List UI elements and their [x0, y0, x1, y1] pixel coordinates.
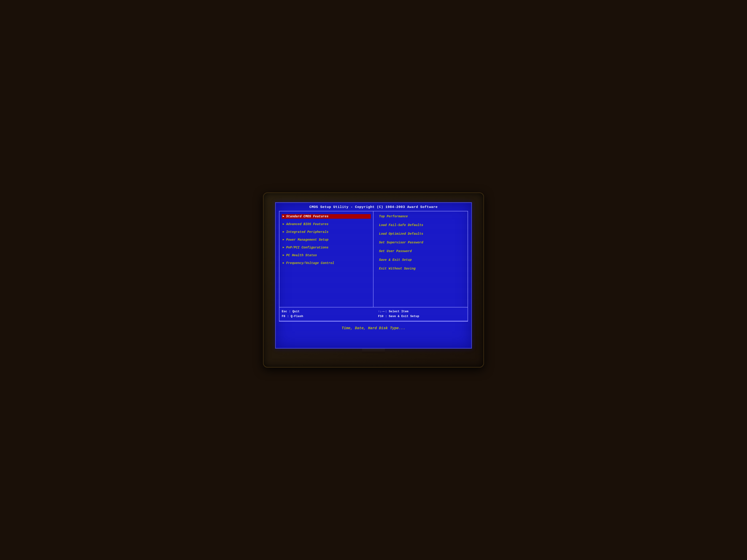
arrow-icon: ► [283, 262, 284, 265]
arrow-icon: ► [283, 230, 284, 234]
menu-item-frequency-voltage[interactable]: ► Frequency/Voltage Control [282, 261, 371, 265]
bios-screen: CMOS Setup Utility - Copyright (C) 1984-… [275, 202, 472, 349]
menu-item-load-failsafe[interactable]: Load Fail-Safe Defaults [376, 223, 465, 228]
status-bar: Esc : Quit F8 : Q-Flash ↑↓→←: Select Ite… [279, 308, 468, 321]
left-panel: ► Standard CMOS Features ► Advanced BIOS… [279, 211, 374, 307]
select-item-label: ↑↓→←: Select Item [378, 309, 465, 314]
monitor-stand [362, 349, 385, 353]
menu-area: ► Standard CMOS Features ► Advanced BIOS… [279, 211, 468, 308]
menu-item-pc-health[interactable]: ► PC Health Status [282, 253, 371, 258]
arrow-icon: ► [283, 254, 284, 257]
menu-item-pnp-pci[interactable]: ► PnP/PCI Configurations [282, 245, 371, 250]
status-left: Esc : Quit F8 : Q-Flash [282, 309, 374, 319]
monitor-bezel: CMOS Setup Utility - Copyright (C) 1984-… [263, 192, 484, 368]
menu-item-integrated-peripherals[interactable]: ► Integrated Peripherals [282, 230, 371, 234]
description-bar: Time, Date, Hard Disk Type... [279, 322, 468, 332]
arrow-icon: ► [283, 246, 284, 249]
esc-quit-label: Esc : Quit [282, 309, 374, 314]
menu-item-advanced-bios[interactable]: ► Advanced BIOS Features [282, 222, 371, 226]
main-box: ► Standard CMOS Features ► Advanced BIOS… [279, 211, 468, 322]
menu-item-exit-no-save[interactable]: Exit Without Saving [376, 266, 465, 271]
right-panel: Top Performance Load Fail-Safe Defaults … [374, 211, 468, 307]
menu-item-top-performance[interactable]: Top Performance [376, 214, 465, 219]
menu-item-power-management[interactable]: ► Power Management Setup [282, 237, 371, 242]
f8-qflash-label: F8 : Q-Flash [282, 314, 374, 319]
arrow-icon: ► [283, 238, 284, 241]
arrow-icon: ► [283, 222, 284, 226]
menu-item-set-user[interactable]: Set User Password [376, 249, 465, 254]
f10-save-exit-label: F10 : Save & Exit Setup [378, 314, 465, 319]
menu-item-standard-cmos[interactable]: ► Standard CMOS Features [282, 214, 371, 219]
menu-item-set-supervisor[interactable]: Set Supervisor Password [376, 240, 465, 245]
title-bar: CMOS Setup Utility - Copyright (C) 1984-… [279, 205, 468, 209]
status-right: ↑↓→←: Select Item F10 : Save & Exit Setu… [374, 309, 465, 319]
menu-item-save-exit[interactable]: Save & Exit Setup [376, 258, 465, 262]
arrow-icon: ► [283, 215, 284, 218]
menu-item-load-optimized[interactable]: Load Optimized Defaults [376, 232, 465, 236]
